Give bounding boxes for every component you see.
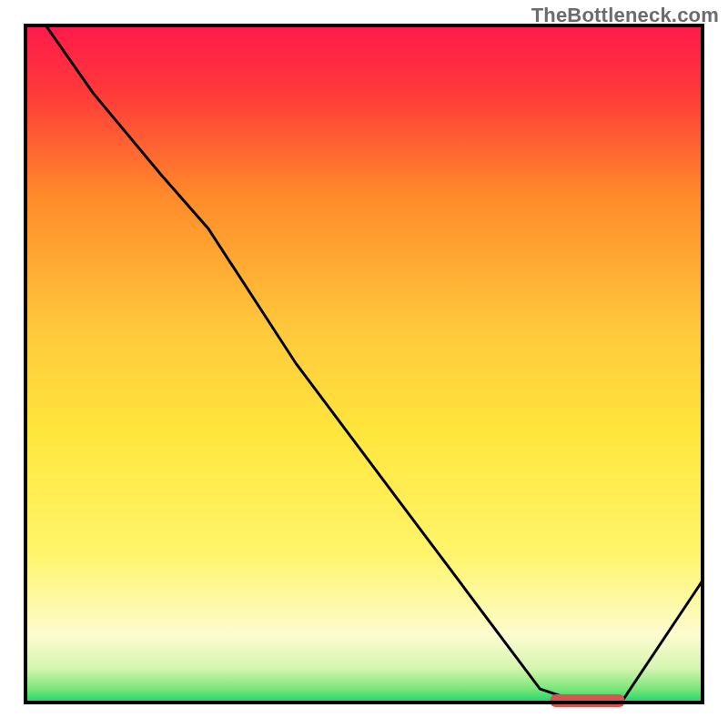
chart-container: TheBottleneck.com bbox=[0, 0, 728, 728]
gradient-background bbox=[25, 25, 703, 703]
bottleneck-chart bbox=[0, 0, 728, 728]
watermark-text: TheBottleneck.com bbox=[531, 4, 719, 27]
